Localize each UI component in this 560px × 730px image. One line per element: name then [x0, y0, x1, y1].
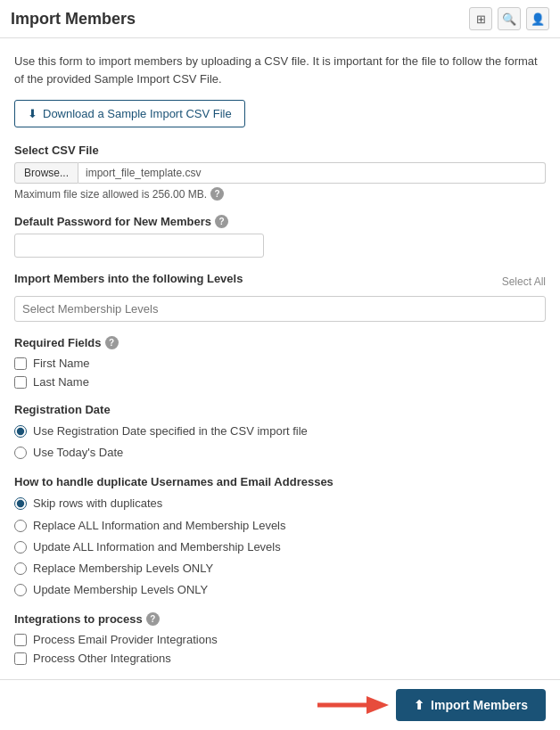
radio-update-all: Update ALL Information and Membership Le… [14, 539, 546, 555]
radio-reg-date-today-input[interactable] [14, 447, 27, 459]
password-help-icon[interactable]: ? [215, 215, 228, 228]
first-name-label: First Name [33, 357, 90, 370]
radio-replace-levels-label: Replace Membership Levels ONLY [33, 561, 213, 577]
radio-replace-levels-input[interactable] [14, 562, 27, 575]
radio-reg-date-csv-label: Use Registration Date specified in the C… [33, 423, 308, 439]
file-size-help-icon[interactable]: ? [210, 187, 224, 201]
arrow-container [317, 692, 389, 718]
password-label: Default Password for New Members ? [14, 215, 546, 228]
import-members-button[interactable]: ⬆ Import Members [396, 689, 546, 721]
radio-update-levels-label: Update Membership Levels ONLY [33, 582, 208, 598]
radio-update-levels: Update Membership Levels ONLY [14, 582, 546, 598]
import-button-label: Import Members [431, 698, 528, 712]
upload-icon: ⬆ [414, 698, 424, 712]
last-name-label: Last Name [33, 375, 89, 389]
page-header: Import Members ⊞ 🔍 👤 [0, 0, 560, 38]
csv-file-label: Select CSV File [14, 144, 546, 157]
user-icon[interactable]: 👤 [526, 7, 549, 30]
radio-replace-all-label: Replace ALL Information and Membership L… [33, 518, 286, 534]
other-integrations-checkbox[interactable] [14, 652, 27, 665]
first-name-checkbox[interactable] [14, 357, 27, 370]
registration-date-heading: Registration Date [14, 403, 546, 416]
password-section: Default Password for New Members ? [14, 215, 546, 258]
radio-replace-levels: Replace Membership Levels ONLY [14, 561, 546, 577]
last-name-checkbox[interactable] [14, 376, 27, 389]
download-icon: ⬇ [28, 107, 37, 120]
page-title: Import Members [11, 10, 136, 29]
checkbox-other-integrations: Process Other Integrations [14, 652, 546, 665]
other-integrations-label: Process Other Integrations [33, 652, 171, 665]
file-name-display: import_file_template.csv [78, 162, 546, 184]
email-provider-checkbox[interactable] [14, 634, 27, 646]
header-icons: ⊞ 🔍 👤 [469, 7, 549, 30]
levels-section: Import Members into the following Levels… [14, 272, 546, 322]
radio-update-levels-input[interactable] [14, 584, 27, 596]
duplicates-heading: How to handle duplicate Usernames and Em… [14, 475, 546, 488]
footer-bar: ⬆ Import Members [0, 679, 560, 730]
download-sample-button[interactable]: ⬇ Download a Sample Import CSV File [14, 100, 245, 127]
checkbox-email-provider: Process Email Provider Integrations [14, 633, 546, 646]
integrations-heading: Integrations to process ? [14, 612, 546, 626]
csv-file-section: Select CSV File Browse... import_file_te… [14, 144, 546, 201]
grid-icon[interactable]: ⊞ [469, 7, 492, 30]
radio-skip-label: Skip rows with duplicates [33, 496, 162, 512]
integrations-section: Integrations to process ? Process Email … [14, 612, 546, 665]
radio-reg-date-csv-input[interactable] [14, 425, 27, 438]
radio-update-all-label: Update ALL Information and Membership Le… [33, 539, 281, 555]
radio-skip-duplicates: Skip rows with duplicates [14, 496, 546, 512]
radio-reg-date-csv: Use Registration Date specified in the C… [14, 423, 546, 439]
checkbox-first-name: First Name [14, 357, 546, 370]
duplicates-section: How to handle duplicate Usernames and Em… [14, 475, 546, 598]
required-fields-heading: Required Fields ? [14, 336, 546, 349]
integrations-help-icon[interactable]: ? [146, 612, 160, 626]
download-button-label: Download a Sample Import CSV File [43, 107, 232, 120]
red-arrow-icon [317, 692, 389, 718]
search-icon[interactable]: 🔍 [498, 7, 521, 30]
levels-label: Import Members into the following Levels [14, 272, 243, 285]
file-size-note: Maximum file size allowed is 256.00 MB. … [14, 187, 546, 201]
required-fields-help-icon[interactable]: ? [105, 336, 119, 349]
radio-update-all-input[interactable] [14, 541, 27, 554]
registration-date-section: Registration Date Use Registration Date … [14, 403, 546, 461]
radio-replace-all-input[interactable] [14, 520, 27, 532]
radio-replace-all: Replace ALL Information and Membership L… [14, 518, 546, 534]
radio-reg-date-today: Use Today's Date [14, 445, 546, 461]
levels-row: Import Members into the following Levels… [14, 272, 546, 291]
main-content: Use this form to import members by uploa… [0, 38, 560, 730]
email-provider-label: Process Email Provider Integrations [33, 633, 218, 646]
file-input-row: Browse... import_file_template.csv [14, 162, 546, 184]
radio-reg-date-today-label: Use Today's Date [33, 445, 123, 461]
select-all-link[interactable]: Select All [502, 275, 546, 288]
info-text: Use this form to import members by uploa… [14, 53, 546, 87]
checkbox-last-name: Last Name [14, 375, 546, 389]
required-fields-section: Required Fields ? First Name Last Name [14, 336, 546, 389]
browse-button[interactable]: Browse... [14, 162, 78, 184]
svg-marker-1 [366, 696, 389, 714]
levels-input[interactable] [14, 296, 546, 322]
radio-skip-input[interactable] [14, 497, 27, 510]
password-input[interactable] [14, 234, 264, 258]
